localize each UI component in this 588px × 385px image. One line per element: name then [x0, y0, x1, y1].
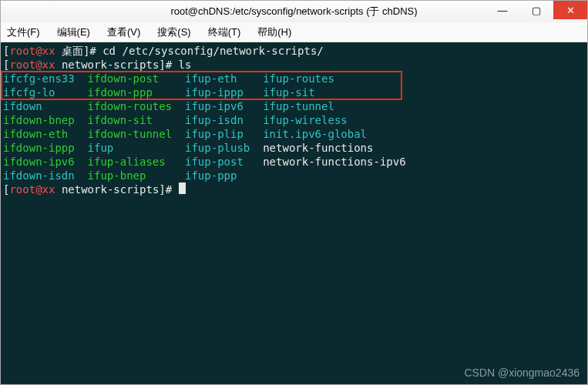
command-ls: ls — [179, 58, 192, 72]
window-title: root@chDNS:/etc/sysconfig/network-script… — [170, 5, 417, 18]
terminal-body[interactable]: [root@xx 桌面]# cd /etc/sysconfig/network-… — [1, 42, 587, 384]
listing-row: ifdown-bnep ifdown-sit ifup-isdn ifup-wi… — [3, 113, 585, 127]
file-network-functions-ipv6: network-functions-ipv6 — [263, 155, 405, 169]
listing-row: ifdown-ipv6 ifup-aliases ifup-post netwo… — [3, 155, 585, 169]
listing-row: ifdown-isdn ifup-bnep ifup-ppp — [3, 169, 585, 182]
ls-output: ifcfg-ens33 ifdown-post ifup-eth ifup-ro… — [3, 72, 585, 182]
menu-search[interactable]: 搜索(S) — [154, 24, 193, 41]
file-ifdown-ppp: ifdown-ppp — [88, 85, 185, 99]
file-ifup-post: ifup-post — [185, 155, 263, 169]
menu-terminal[interactable]: 终端(T) — [205, 24, 244, 41]
file-ifdown-isdn: ifdown-isdn — [3, 169, 88, 182]
window-buttons: — ▢ ✕ — [486, 1, 587, 19]
file-ifup-aliases: ifup-aliases — [88, 155, 185, 169]
file-network-functions: network-functions — [263, 141, 373, 155]
listing-row: ifcfg-ens33 ifdown-post ifup-eth ifup-ro… — [3, 72, 585, 85]
file-ifup-eth: ifup-eth — [185, 72, 263, 85]
file-ifup-isdn: ifup-isdn — [185, 113, 263, 127]
menubar: 文件(F) 编辑(E) 查看(V) 搜索(S) 终端(T) 帮助(H) — [1, 22, 587, 42]
file-ifup-tunnel: ifup-tunnel — [263, 99, 334, 113]
file-ifcfg-ens33: ifcfg-ens33 — [3, 72, 88, 85]
file-ifup-ppp: ifup-ppp — [185, 169, 263, 182]
file-init.ipv6-global: init.ipv6-global — [263, 127, 367, 141]
titlebar: root@chDNS:/etc/sysconfig/network-script… — [1, 1, 587, 22]
menu-help[interactable]: 帮助(H) — [254, 24, 294, 41]
file-ifdown-ippp: ifdown-ippp — [3, 141, 88, 155]
menu-file[interactable]: 文件(F) — [4, 24, 43, 41]
listing-row: ifdown-eth ifdown-tunnel ifup-plip init.… — [3, 127, 585, 141]
file-ifup-routes: ifup-routes — [263, 72, 334, 85]
file-ifdown-tunnel: ifdown-tunnel — [88, 127, 185, 141]
close-button[interactable]: ✕ — [553, 1, 587, 19]
menu-edit[interactable]: 编辑(E) — [54, 24, 93, 41]
minimize-button[interactable]: — — [486, 1, 519, 19]
prompt-line-2: [root@xx network-scripts]# ls — [3, 58, 585, 72]
maximize-button[interactable]: ▢ — [519, 1, 553, 19]
file-ifdown-ipv6: ifdown-ipv6 — [3, 155, 88, 169]
file-ifdown-bnep: ifdown-bnep — [3, 113, 88, 127]
listing-row: ifdown-ippp ifup ifup-plusb network-func… — [3, 141, 585, 155]
cursor — [179, 182, 186, 194]
file-ifcfg-lo: ifcfg-lo — [3, 85, 88, 99]
file-ifup-ipv6: ifup-ipv6 — [185, 99, 263, 113]
file-ifup: ifup — [88, 141, 185, 155]
file-ifup-bnep: ifup-bnep — [88, 169, 185, 182]
file-ifup-ippp: ifup-ippp — [185, 85, 263, 99]
file-ifup-plusb: ifup-plusb — [185, 141, 263, 155]
terminal-window: root@chDNS:/etc/sysconfig/network-script… — [0, 0, 588, 385]
prompt-line-1: [root@xx 桌面]# cd /etc/sysconfig/network-… — [3, 44, 585, 58]
listing-row: ifdown ifdown-routes ifup-ipv6 ifup-tunn… — [3, 99, 585, 113]
file-ifdown: ifdown — [3, 99, 88, 113]
file-ifdown-sit: ifdown-sit — [88, 113, 185, 127]
prompt-line-3: [root@xx network-scripts]# — [3, 182, 585, 196]
file-ifup-plip: ifup-plip — [185, 127, 263, 141]
file-ifdown-eth: ifdown-eth — [3, 127, 88, 141]
file-ifdown-routes: ifdown-routes — [88, 99, 185, 113]
file-ifup-wireless: ifup-wireless — [263, 113, 348, 127]
menu-view[interactable]: 查看(V) — [104, 24, 143, 41]
command-cd: cd /etc/sysconfig/network-scripts/ — [102, 44, 324, 58]
file-ifup-sit: ifup-sit — [263, 85, 314, 99]
file-ifdown-post: ifdown-post — [88, 72, 185, 85]
watermark: CSDN @xiongmao2436 — [464, 366, 580, 380]
listing-row: ifcfg-lo ifdown-ppp ifup-ippp ifup-sit — [3, 85, 585, 99]
